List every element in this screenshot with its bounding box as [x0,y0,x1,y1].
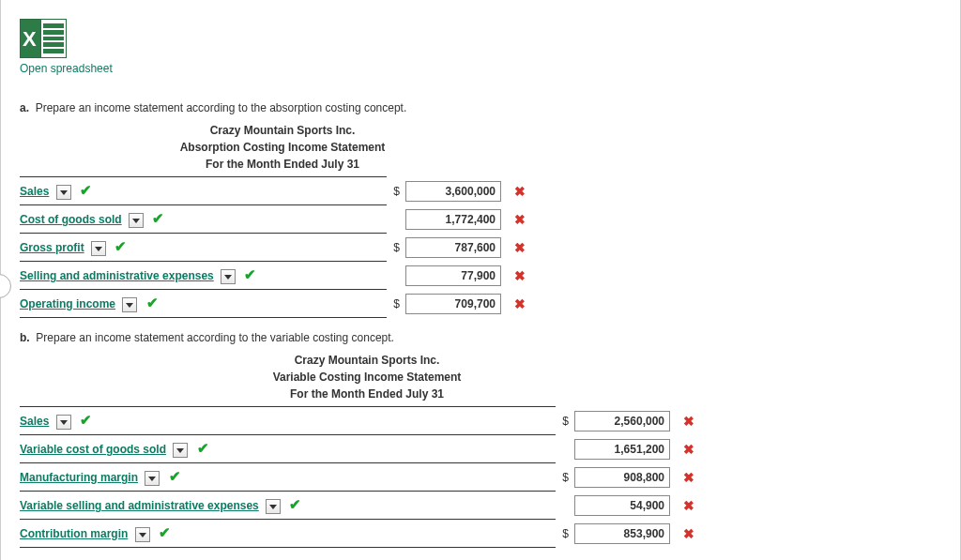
line-label-dropdown[interactable]: Cost of goods sold [20,213,122,226]
line-label-dropdown[interactable]: Sales [20,185,49,198]
chevron-down-icon[interactable] [221,269,236,284]
amount-input[interactable] [405,265,501,286]
chevron-down-icon[interactable] [56,185,71,200]
part-b-bullet: b. [20,331,30,344]
amount-input[interactable] [574,495,670,516]
line-label-dropdown[interactable]: Contribution margin [20,527,128,540]
check-icon: ✔ [80,182,92,198]
amount-input[interactable] [405,237,501,258]
chevron-down-icon[interactable] [145,471,160,486]
x-icon: ✖ [683,526,694,541]
line-label-dropdown[interactable]: Manufacturing margin [20,471,138,484]
line-label-dropdown[interactable]: Gross profit [20,241,84,254]
amount-input[interactable] [574,439,670,460]
x-icon: ✖ [514,296,526,311]
chevron-down-icon[interactable] [266,499,281,514]
chevron-down-icon[interactable] [135,527,150,542]
x-icon: ✖ [683,498,694,513]
x-icon: ✖ [683,470,694,485]
check-icon: ✔ [80,412,92,428]
x-icon: ✖ [514,240,526,255]
line-label-dropdown[interactable]: Selling and administrative expenses [20,269,214,282]
x-icon: ✖ [514,268,526,283]
amount-input[interactable] [405,181,501,202]
stmt-a-heading: Crazy Mountain Sports Inc. Absorption Co… [20,122,545,173]
part-a-prompt: a. Prepare an income statement according… [20,101,960,114]
amount-input[interactable] [574,411,670,431]
part-b-prompt: b. Prepare an income statement according… [20,331,960,344]
currency-symbol: $ [387,177,405,205]
x-icon: ✖ [683,442,694,457]
amount-input[interactable] [405,294,501,314]
stmt-b-heading: Crazy Mountain Sports Inc. Variable Cost… [20,352,714,402]
chevron-down-icon[interactable] [56,415,71,430]
line-label-dropdown[interactable]: Variable cost of goods sold [20,443,166,456]
check-icon: ✔ [197,440,209,456]
chevron-down-icon[interactable] [91,241,106,256]
line-label-dropdown[interactable]: Variable selling and administrative expe… [20,499,259,512]
x-icon: ✖ [514,184,526,199]
line-label-dropdown[interactable]: Operating income [20,297,115,310]
chevron-down-icon[interactable] [173,443,188,458]
check-icon: ✔ [146,295,159,310]
check-icon: ✔ [169,468,181,484]
assignment-frame: X Open spreadsheet a. Prepare an income … [0,0,961,560]
excel-icon[interactable]: X [20,19,67,58]
check-icon: ✔ [159,524,171,540]
amount-input[interactable] [574,467,670,488]
line-label-dropdown[interactable]: Sales [20,415,49,428]
x-icon: ✖ [683,414,694,429]
amount-input[interactable] [405,209,501,230]
check-icon: ✔ [152,210,164,226]
check-icon: ✔ [289,496,301,512]
chevron-down-icon[interactable] [129,213,144,228]
amount-input[interactable] [574,523,670,544]
check-icon: ✔ [244,266,256,282]
open-spreadsheet-link[interactable]: Open spreadsheet [20,62,113,75]
chevron-down-icon[interactable] [122,297,137,312]
part-a-bullet: a. [20,101,29,114]
x-icon: ✖ [514,212,526,227]
check-icon: ✔ [114,238,127,254]
